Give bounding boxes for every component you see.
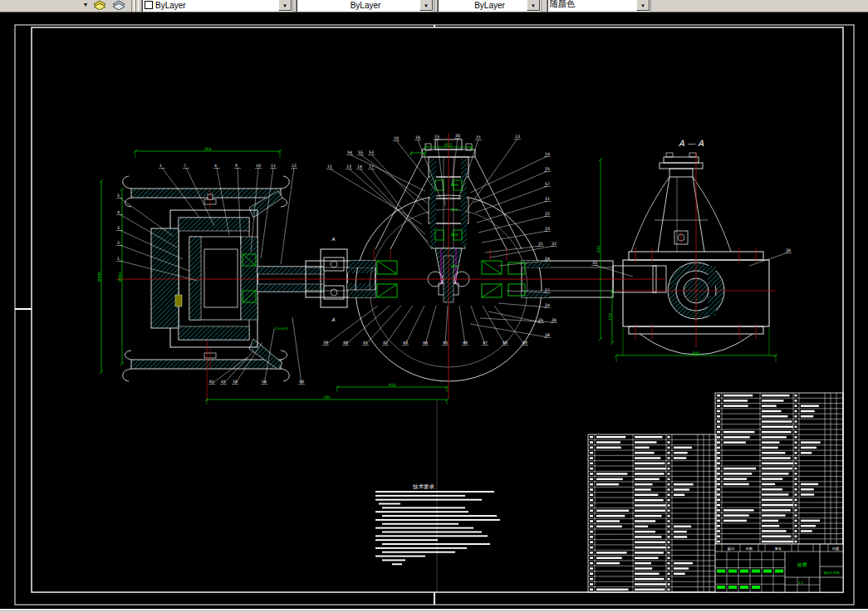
svg-text:32: 32 <box>552 242 557 246</box>
status-strip <box>0 609 868 613</box>
svg-text:4: 4 <box>214 164 217 168</box>
svg-text:22: 22 <box>545 212 550 216</box>
application-window: 1749101112543216141105450101615202113545… <box>0 0 868 613</box>
svg-text:54: 54 <box>262 380 267 384</box>
svg-text:36: 36 <box>786 248 791 253</box>
svg-text:处数: 处数 <box>746 547 753 551</box>
layer-state-icon[interactable] <box>110 0 127 10</box>
svg-text:20: 20 <box>455 134 460 138</box>
title-block: 标记处数签名日期前桥柳州工学院1:2 <box>715 544 843 592</box>
svg-text:2: 2 <box>117 241 120 245</box>
svg-text:45: 45 <box>443 341 448 345</box>
svg-text:Ø50: Ø50 <box>451 183 459 187</box>
svg-text:11: 11 <box>327 164 332 169</box>
svg-text:44: 44 <box>423 341 428 345</box>
svg-text:1:2: 1:2 <box>798 581 804 585</box>
svg-text:36: 36 <box>552 318 557 322</box>
svg-text:364: 364 <box>204 147 212 151</box>
svg-text:128: 128 <box>608 313 612 321</box>
svg-text:61: 61 <box>209 380 214 384</box>
svg-text:13: 13 <box>515 135 520 139</box>
linetype-control-dropdown[interactable]: ByLayer ▼ <box>296 0 434 12</box>
svg-text:Ø40: Ø40 <box>451 264 459 268</box>
svg-text:450: 450 <box>389 383 396 387</box>
svg-text:31: 31 <box>538 242 543 246</box>
svg-text:39: 39 <box>323 341 328 345</box>
color-control-dropdown[interactable]: ByLayer ▼ <box>141 0 293 12</box>
svg-text:21: 21 <box>476 135 481 140</box>
svg-text:50: 50 <box>299 380 304 384</box>
svg-text:2.5±0.5: 2.5±0.5 <box>274 326 288 331</box>
plotstyle-control-dropdown[interactable]: 随颜色 ▼ <box>547 0 651 12</box>
svg-text:14: 14 <box>357 164 362 169</box>
svg-text:41: 41 <box>221 380 226 384</box>
object-properties-toolbar: ▾ ByLayer ▼ ByLayer ▼ ByLayer ▼ 随颜色 ▼ <box>0 0 868 12</box>
svg-text:38: 38 <box>545 333 550 337</box>
svg-text:43: 43 <box>403 341 408 345</box>
svg-text:15: 15 <box>434 135 439 139</box>
chevron-down-icon[interactable]: ▼ <box>419 0 433 11</box>
svg-text:Ø45: Ø45 <box>451 233 459 237</box>
svg-text:42: 42 <box>383 341 388 345</box>
toolbar-separator <box>131 0 135 12</box>
svg-text:1: 1 <box>117 257 120 261</box>
svg-text:3: 3 <box>117 226 120 230</box>
svg-text:57: 57 <box>545 182 550 186</box>
svg-text:技术要求: 技术要求 <box>412 483 435 490</box>
svg-text:54: 54 <box>347 150 352 154</box>
svg-text:Ø446: Ø446 <box>97 272 101 282</box>
svg-text:Ø410: Ø410 <box>118 272 122 282</box>
svg-text:48: 48 <box>503 341 508 345</box>
svg-text:签名: 签名 <box>775 547 782 551</box>
svg-text:10: 10 <box>256 164 261 168</box>
section-label: A — A <box>679 139 704 148</box>
svg-text:35: 35 <box>592 261 597 265</box>
svg-text:4: 4 <box>117 210 120 214</box>
chevron-down-icon[interactable]: ▼ <box>278 0 292 11</box>
svg-text:12: 12 <box>292 164 297 168</box>
svg-text:1: 1 <box>159 164 162 168</box>
chevron-down-icon[interactable]: ▼ <box>527 0 540 11</box>
color-swatch <box>145 1 153 9</box>
svg-text:11: 11 <box>271 164 276 168</box>
svg-text:10: 10 <box>233 380 238 384</box>
svg-text:9: 9 <box>235 164 238 168</box>
svg-text:23: 23 <box>545 227 550 231</box>
flyout-arrow-icon[interactable]: ▾ <box>84 1 87 8</box>
svg-text:34: 34 <box>545 303 550 307</box>
svg-text:7: 7 <box>184 164 186 168</box>
svg-text:前桥: 前桥 <box>797 562 807 567</box>
svg-text:49: 49 <box>522 341 527 345</box>
svg-text:27: 27 <box>545 288 550 292</box>
svg-text:17: 17 <box>369 164 374 169</box>
svg-text:日期: 日期 <box>832 547 839 551</box>
svg-text:25: 25 <box>545 167 550 171</box>
svg-text:柳州工学院: 柳州工学院 <box>824 571 840 575</box>
svg-text:16: 16 <box>415 135 420 140</box>
svg-text:21: 21 <box>545 197 550 201</box>
svg-text:53: 53 <box>369 150 374 154</box>
svg-text:432: 432 <box>596 246 601 253</box>
lineweight-control-dropdown[interactable]: ByLayer ▼ <box>437 0 542 12</box>
svg-text:24: 24 <box>545 257 550 261</box>
svg-text:41: 41 <box>363 341 368 345</box>
svg-text:40: 40 <box>343 341 348 345</box>
cad-drawing-canvas[interactable]: 1749101112543216141105450101615202113545… <box>0 0 868 613</box>
svg-text:13: 13 <box>346 164 351 169</box>
svg-text:14: 14 <box>545 152 550 156</box>
svg-text:46: 46 <box>463 341 468 345</box>
svg-text:Ø72: Ø72 <box>444 143 453 147</box>
svg-text:880: 880 <box>693 351 700 356</box>
svg-text:785: 785 <box>323 395 331 400</box>
svg-text:55: 55 <box>358 150 363 154</box>
toolbar-separator <box>135 0 139 12</box>
chevron-down-icon[interactable]: ▼ <box>636 0 650 11</box>
svg-text:47: 47 <box>483 341 488 345</box>
svg-text:Ø55: Ø55 <box>451 208 459 212</box>
svg-text:10: 10 <box>394 136 399 140</box>
layers-icon[interactable] <box>91 0 108 10</box>
svg-text:5: 5 <box>117 194 120 198</box>
